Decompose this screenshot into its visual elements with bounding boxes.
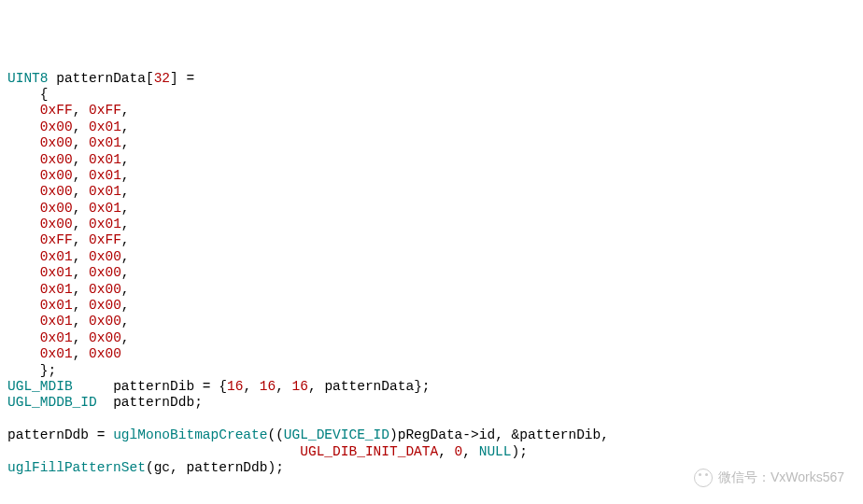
code-block: UINT8 patternData[32] = { 0xFF, 0xFF, 0x… bbox=[7, 71, 856, 477]
